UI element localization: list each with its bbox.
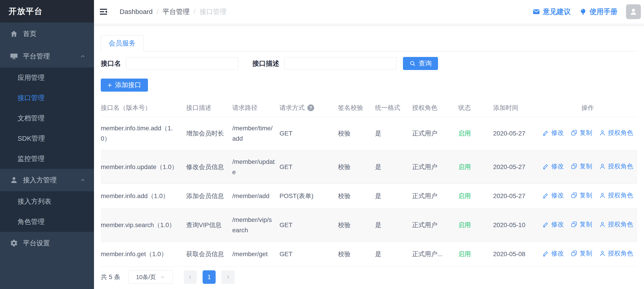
edit-link[interactable]: 修改 xyxy=(542,248,564,259)
table-row: member.info.add（1.0） 添加会员信息 /member/add … xyxy=(101,184,637,208)
auth-role-link[interactable]: 授权角色 xyxy=(599,128,633,138)
edit-link[interactable]: 修改 xyxy=(542,219,564,230)
cell-request-path: /member/add xyxy=(232,184,280,208)
chevron-down-icon xyxy=(160,274,165,280)
cell-request-method: POST(表单) xyxy=(280,184,338,208)
next-page-button[interactable] xyxy=(222,270,234,284)
api-name-input[interactable] xyxy=(126,57,238,70)
help-icon[interactable]: ? xyxy=(308,104,314,111)
copy-link[interactable]: 复制 xyxy=(571,190,592,200)
table-row: member.info.update（1.0） 修改会员信息 /member/u… xyxy=(101,150,637,184)
col-sign-check: 签名校验 xyxy=(338,99,375,117)
sidebar-item-home[interactable]: 首页 xyxy=(0,23,94,45)
sidebar-item-partner-management[interactable]: 接入方管理 xyxy=(0,169,94,191)
sidebar-item-platform-settings[interactable]: 平台设置 xyxy=(0,232,94,254)
prev-page-button[interactable] xyxy=(184,270,197,284)
user-icon xyxy=(599,221,606,228)
chevron-right-icon xyxy=(225,274,231,280)
topbar: Dashboard / 平台管理 / 接口管理 意见建议 使用手册 xyxy=(94,0,644,24)
submenu-partner-management: 接入方列表 角色管理 xyxy=(0,191,94,232)
cell-operations: 修改 复制 授权角色 xyxy=(538,208,637,242)
lightbulb-icon xyxy=(579,8,587,16)
copy-link[interactable]: 复制 xyxy=(571,248,592,259)
search-icon xyxy=(409,60,416,67)
cell-api-name: member.info.add（1.0） xyxy=(101,184,186,208)
cell-request-path: /member/get xyxy=(232,242,280,266)
cell-request-method: GET xyxy=(280,150,338,184)
plus-icon: + xyxy=(108,81,112,89)
copy-label: 复制 xyxy=(580,128,592,138)
edit-link[interactable]: 修改 xyxy=(542,128,564,138)
col-request-method: 请求方式 ? xyxy=(280,99,338,117)
auth-role-link[interactable]: 授权角色 xyxy=(599,219,633,230)
feedback-label: 意见建议 xyxy=(543,7,571,17)
feedback-link[interactable]: 意见建议 xyxy=(532,7,571,17)
sidebar-filler xyxy=(0,254,94,289)
chevron-left-icon xyxy=(187,274,193,280)
sidebar-item-role-management[interactable]: 角色管理 xyxy=(0,212,94,232)
cell-api-desc: 增加会员时长 xyxy=(186,117,232,150)
breadcrumb-dashboard[interactable]: Dashboard xyxy=(120,8,153,16)
add-api-button[interactable]: + 添加接口 xyxy=(101,79,148,92)
edit-label: 修改 xyxy=(551,219,564,230)
cell-api-name: member.info.update（1.0） xyxy=(101,150,186,184)
query-button[interactable]: 查询 xyxy=(403,57,438,70)
api-desc-input[interactable] xyxy=(284,57,397,70)
cell-auth-role: 正式用户 xyxy=(412,117,458,150)
edit-link[interactable]: 修改 xyxy=(542,190,564,200)
sidebar-item-monitor-management[interactable]: 监控管理 xyxy=(0,149,94,169)
sidebar-collapse-icon[interactable] xyxy=(98,7,108,17)
breadcrumb-platform-management[interactable]: 平台管理 xyxy=(162,7,190,17)
submenu-platform-management: 应用管理 接口管理 文档管理 SDK管理 监控管理 xyxy=(0,68,94,169)
manual-link[interactable]: 使用手册 xyxy=(579,7,618,17)
sidebar-item-doc-management[interactable]: 文档管理 xyxy=(0,108,94,128)
edit-label: 修改 xyxy=(551,248,564,259)
avatar[interactable] xyxy=(626,4,641,19)
auth-role-label: 授权角色 xyxy=(608,161,633,171)
col-request-path: 请求路径 xyxy=(232,99,280,117)
cell-operations: 修改 复制 授权角色 xyxy=(538,117,637,150)
platform-icon xyxy=(10,52,18,60)
partner-icon xyxy=(10,176,18,184)
sidebar-item-partner-list[interactable]: 接入方列表 xyxy=(0,191,94,212)
edit-link[interactable]: 修改 xyxy=(542,161,564,171)
cell-unified-format: 是 xyxy=(375,117,412,150)
chevron-up-icon xyxy=(80,53,86,59)
edit-label: 修改 xyxy=(551,128,564,138)
cell-request-path: /member/update xyxy=(232,150,280,184)
sidebar-item-app-management[interactable]: 应用管理 xyxy=(0,68,94,88)
auth-role-link[interactable]: 授权角色 xyxy=(599,190,633,200)
cell-api-desc: 修改会员信息 xyxy=(186,150,232,184)
page-size-select[interactable]: 10条/页 xyxy=(128,270,173,284)
cell-request-method: GET xyxy=(280,208,338,242)
query-button-label: 查询 xyxy=(419,59,432,68)
copy-link[interactable]: 复制 xyxy=(571,219,592,230)
copy-link[interactable]: 复制 xyxy=(571,161,592,171)
page-1-button[interactable]: 1 xyxy=(202,270,216,284)
auth-role-label: 授权角色 xyxy=(608,219,633,230)
auth-role-link[interactable]: 授权角色 xyxy=(599,248,633,259)
page-size-value: 10条/页 xyxy=(136,273,156,281)
topbar-divider xyxy=(94,24,644,26)
edit-icon xyxy=(542,250,549,257)
breadcrumb: Dashboard / 平台管理 / 接口管理 xyxy=(120,7,226,17)
cell-auth-role: 正式用户 xyxy=(412,150,458,184)
cell-request-path: /member/vip/search xyxy=(232,208,280,242)
cell-add-time: 2020-05-27 xyxy=(493,184,538,208)
copy-label: 复制 xyxy=(580,190,592,200)
col-add-time: 添加时间 xyxy=(493,99,538,117)
right-pane: Dashboard / 平台管理 / 接口管理 意见建议 使用手册 xyxy=(94,0,644,289)
tab-member-service[interactable]: 会员服务 xyxy=(101,35,144,51)
manual-label: 使用手册 xyxy=(590,7,618,17)
sidebar-item-api-management[interactable]: 接口管理 xyxy=(0,88,94,108)
sidebar-item-sdk-management[interactable]: SDK管理 xyxy=(0,128,94,149)
table-row: member.vip.search（1.0） 查询VIP信息 /member/v… xyxy=(101,208,637,242)
auth-role-link[interactable]: 授权角色 xyxy=(599,161,633,171)
status-badge: 启用 xyxy=(458,242,493,266)
copy-label: 复制 xyxy=(580,161,592,171)
copy-link[interactable]: 复制 xyxy=(571,128,592,138)
table-header-row: 接口名（版本号） 接口描述 请求路径 请求方式 ? 签名校验 统一格式 授权角色 xyxy=(101,99,637,117)
copy-icon xyxy=(571,192,578,199)
sidebar-item-platform-management[interactable]: 平台管理 xyxy=(0,45,94,68)
status-badge: 启用 xyxy=(458,150,493,184)
